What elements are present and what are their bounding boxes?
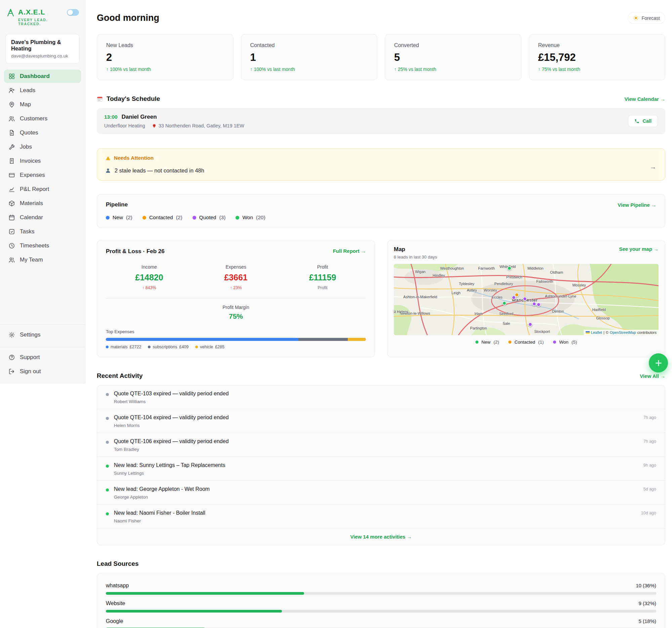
openstreetmap-link[interactable]: OpenStreetMap — [610, 330, 636, 334]
pnl-profit-col: Profit £11159 Profit — [279, 264, 366, 290]
activity-item-who: Tom Bradley — [114, 447, 639, 452]
sidebar-header: A.X.E.L EVERY LEAD. TRACKED. — [0, 0, 85, 27]
activity-row[interactable]: New lead: Naomi Fisher - Boiler InstallN… — [97, 505, 665, 529]
stage-count: (20) — [256, 214, 265, 220]
activity-main: Quote QTE-106 expired — validity period … — [114, 438, 639, 452]
forecast-button[interactable]: Forecast — [628, 12, 665, 24]
sidebar-item-sign-out[interactable]: Sign out — [4, 365, 81, 378]
needs-attention-message-text: 2 stale leads — not contacted in 48h — [115, 167, 204, 174]
sidebar-item-label: Invoices — [20, 158, 41, 164]
map-town-label: Denton — [552, 309, 564, 313]
sidebar-item-tasks[interactable]: Tasks — [4, 225, 81, 238]
location-pin-icon — [152, 123, 157, 128]
stat-delta: ↑ 100% vs last month — [106, 67, 224, 72]
sidebar-item-label: Map — [20, 101, 31, 108]
leaflet-link[interactable]: Leaflet — [591, 330, 602, 334]
theme-toggle[interactable] — [67, 9, 79, 16]
sidebar-item-settings[interactable]: Settings — [4, 328, 81, 342]
activity-item-title: Quote QTE-103 expired — validity period … — [114, 391, 651, 397]
sidebar-item-materials[interactable]: Materials — [4, 197, 81, 210]
expense-legend-item: materials£2722 — [106, 345, 141, 349]
stat-card-revenue: Revenue £15,792 ↑ 75% vs last month — [529, 34, 666, 80]
view-more-activities-button[interactable]: View 14 more activities → — [97, 529, 665, 545]
activity-row[interactable]: Quote QTE-104 expired — validity period … — [97, 409, 665, 433]
sidebar-nav: Dashboard Leads Map Customers Quotes — [0, 64, 85, 266]
map-lead-marker[interactable] — [528, 322, 532, 327]
profit-sub-label: Profit — [279, 285, 366, 290]
map-town-label: Hadfield — [592, 308, 606, 312]
sidebar-item-timesheets[interactable]: Timesheets — [4, 239, 81, 253]
sidebar-item-dashboard[interactable]: Dashboard — [4, 70, 81, 83]
materials-icon — [8, 200, 15, 207]
sidebar-item-label: P&L Report — [20, 186, 49, 193]
sidebar-settings-section: Settings — [0, 324, 85, 343]
view-all-link[interactable]: View All → — [640, 373, 665, 379]
stage-dot — [106, 216, 110, 219]
legend-count: (5) — [572, 340, 577, 345]
sidebar-item-expenses[interactable]: Expenses — [4, 168, 81, 182]
jobs-icon — [8, 143, 15, 150]
lead-source-label: Website — [106, 600, 125, 606]
map-town-label: Worsley — [484, 288, 497, 292]
sidebar-item-quotes[interactable]: Quotes — [4, 126, 81, 140]
map-town-label: Prestwich — [506, 275, 523, 279]
map-lead-marker[interactable] — [502, 301, 507, 305]
map-lead-marker[interactable] — [536, 302, 541, 307]
map-lead-marker[interactable] — [511, 295, 516, 300]
activity-row[interactable]: New lead: Sunny Lettings – Tap Replaceme… — [97, 457, 665, 481]
activity-row[interactable]: Quote QTE-106 expired — validity period … — [97, 433, 665, 457]
activity-row[interactable]: New lead: George Appleton - Wet RoomGeor… — [97, 481, 665, 505]
activity-row[interactable]: Quote QTE-103 expired — validity period … — [97, 385, 665, 409]
sidebar-item-leads[interactable]: Leads — [4, 84, 81, 97]
sidebar-item-map[interactable]: Map — [4, 98, 81, 111]
activity-item-who: Robert Williams — [114, 399, 651, 404]
stats-row: New Leads 2 ↑ 100% vs last month Contact… — [97, 34, 665, 80]
pnl-columns: Income £14820 ↑ 843% Expenses £3661 ↑ 23… — [106, 264, 366, 290]
map-lead-marker[interactable] — [523, 297, 527, 301]
map-town-label: Hindley — [433, 273, 445, 277]
pnl-header: Profit & Loss · Feb 26 Full Report → — [106, 248, 366, 255]
sidebar-item-invoices[interactable]: Invoices — [4, 154, 81, 168]
view-pipeline-link[interactable]: View Pipeline → — [618, 202, 656, 208]
call-button[interactable]: Call — [628, 115, 658, 127]
full-report-link[interactable]: Full Report → — [333, 248, 366, 254]
lead-source-label: Google — [106, 618, 123, 624]
income-value: £14820 — [106, 273, 193, 282]
map-lead-marker[interactable] — [532, 302, 536, 306]
attribution-copyright: © — [606, 330, 608, 334]
phone-icon — [634, 119, 640, 124]
map-town-label: Westhoughton — [440, 266, 464, 270]
see-your-map-link[interactable]: See your map → — [619, 246, 658, 252]
lead-source-bar — [106, 610, 282, 612]
map-town-label: Newton-le-Willows — [400, 311, 430, 315]
map-viewport[interactable]: WiganWesthoughtonFarnworthWhitefieldMidd… — [394, 264, 658, 335]
sidebar-item-jobs[interactable]: Jobs — [4, 140, 81, 154]
sidebar-item-label: Tasks — [20, 228, 34, 235]
sidebar-item-customers[interactable]: Customers — [4, 112, 81, 125]
needs-attention-arrow-button[interactable]: → — [650, 163, 656, 171]
expense-bar-segment — [106, 338, 298, 341]
pipeline-stage-contacted: Contacted(2) — [142, 214, 183, 220]
expense-bar-segment — [348, 338, 366, 341]
pipeline-stage-quoted: Quoted(3) — [193, 214, 226, 220]
schedule-appointment-card: 13:00 Daniel Green Underfloor Heating 33… — [97, 108, 665, 134]
add-fab-button[interactable] — [649, 353, 668, 372]
pnl-expenses-col: Expenses £3661 ↑ 23% — [193, 264, 279, 290]
sidebar-item-support[interactable]: Support — [4, 351, 81, 364]
view-calendar-link[interactable]: View Calendar → — [625, 96, 665, 102]
sidebar-item-pnl-report[interactable]: P&L Report — [4, 183, 81, 196]
stage-dot — [142, 216, 146, 219]
map-town-label: Ashton-in-Makerfield — [403, 295, 437, 299]
activity-item-title: New lead: George Appleton - Wet Room — [114, 486, 639, 492]
brand-text: A.X.E.L EVERY LEAD. TRACKED. — [18, 8, 67, 26]
expense-dot — [195, 346, 198, 348]
sidebar-item-label: Timesheets — [20, 242, 49, 249]
map-lead-marker[interactable] — [507, 266, 512, 270]
sidebar-item-calendar[interactable]: Calendar — [4, 211, 81, 224]
appointment-service: Underfloor Heating — [104, 123, 145, 129]
expense-name: vehicle — [200, 345, 213, 349]
pipeline-stage-new: New(2) — [106, 214, 133, 220]
sidebar-item-my-team[interactable]: My Team — [4, 253, 81, 266]
activity-item-title: New lead: Sunny Lettings – Tap Replaceme… — [114, 462, 639, 468]
warning-icon — [105, 155, 111, 161]
